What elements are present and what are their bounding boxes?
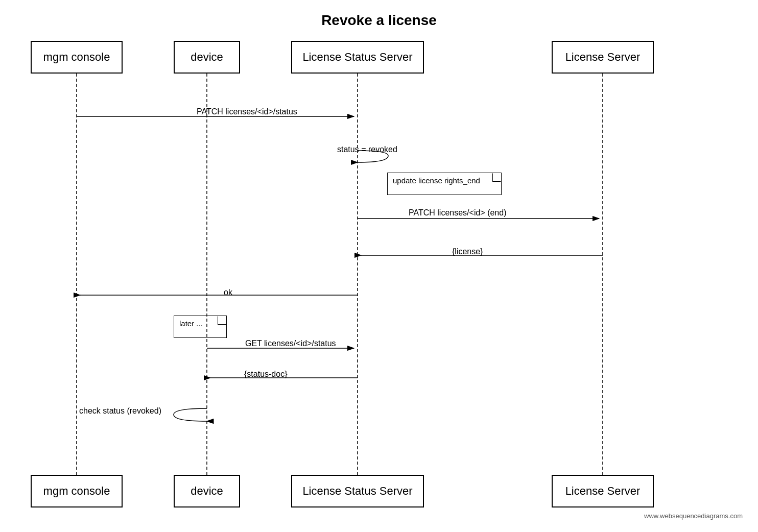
msg-status-doc: {status-doc} <box>244 370 288 379</box>
diagram-container: Revoke a license mgm console device Lice… <box>0 0 758 532</box>
lifeline-mgm-console: mgm console <box>31 41 123 74</box>
diagram-title: Revoke a license <box>0 0 758 34</box>
lifeline-ls-bottom: License Server <box>552 475 654 507</box>
svg-diagram-layer <box>0 0 758 532</box>
lifeline-lss: License Status Server <box>291 41 424 74</box>
watermark: www.websequencediagrams.com <box>644 512 743 520</box>
msg-ok: ok <box>224 288 232 297</box>
msg-get-status: GET licenses/<id>/status <box>245 339 336 348</box>
msg-patch-status: PATCH licenses/<id>/status <box>197 107 297 116</box>
lifeline-device-bottom: device <box>174 475 240 507</box>
msg-patch-end: PATCH licenses/<id> (end) <box>409 208 506 217</box>
lifeline-lss-bottom: License Status Server <box>291 475 424 507</box>
msg-status-revoked: status = revoked <box>337 145 397 154</box>
lifeline-ls: License Server <box>552 41 654 74</box>
lifeline-device: device <box>174 41 240 74</box>
note-later: later ... <box>174 316 227 338</box>
note-update-license: update license rights_end <box>387 173 502 195</box>
lifeline-mgm-console-bottom: mgm console <box>31 475 123 507</box>
msg-check-status: check status (revoked) <box>79 406 161 416</box>
msg-license: {license} <box>452 247 483 256</box>
